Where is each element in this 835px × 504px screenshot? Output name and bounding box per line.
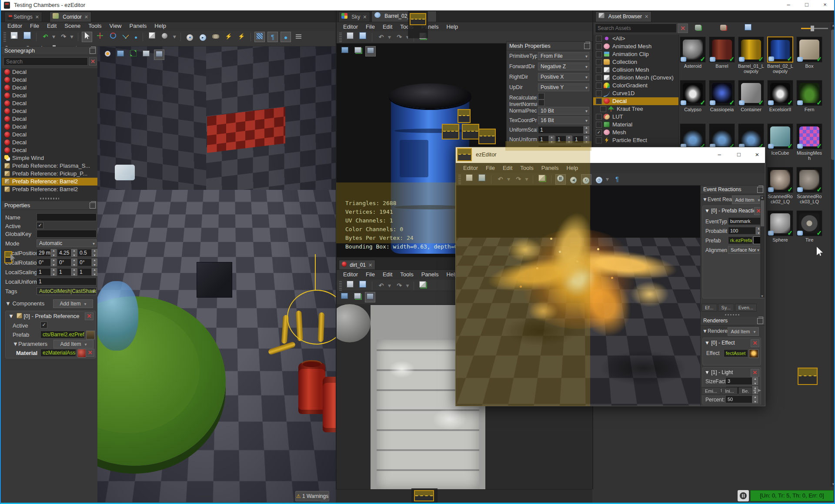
alignment-dropdown[interactable]: Surface Nor — [728, 246, 761, 254]
menu-item-editor[interactable]: Editor — [339, 23, 362, 31]
tree-item-kraut-tree[interactable]: Kraut Tree — [593, 105, 678, 113]
close-tab-icon[interactable]: ✕ — [368, 262, 372, 268]
redo-dropdown-icon[interactable]: ▾ — [405, 281, 410, 291]
vector-field[interactable]: 1 — [57, 268, 71, 276]
render-dropdown-icon[interactable]: ▾ — [172, 32, 177, 42]
tree-item--all-[interactable]: <All> — [593, 35, 678, 43]
undo-dropdown-icon[interactable]: ▾ — [387, 32, 392, 43]
light-property-field[interactable]: 3 — [725, 377, 752, 385]
save-all-icon[interactable] — [357, 32, 368, 43]
asset-thumb-scannedrock03_lq[interactable]: ✓ScannedRock03_LQ — [796, 167, 822, 204]
visualizers-icon[interactable]: ¶ — [612, 174, 622, 185]
remove-effect-icon[interactable]: ✕ — [751, 339, 759, 347]
type-filter-checkbox[interactable] — [596, 137, 602, 143]
scenegraph-item[interactable]: Decal — [2, 92, 97, 99]
dock-scrollbar[interactable]: ▲ ▼ — [760, 196, 765, 298]
select-tool-icon[interactable] — [82, 32, 92, 42]
scenegraph-item[interactable]: Prefab Reference: Barrel2 — [2, 178, 97, 186]
vector-field[interactable]: 1 — [573, 136, 584, 143]
close-tab-icon[interactable]: ✕ — [645, 14, 648, 19]
render-box-icon[interactable] — [147, 32, 157, 42]
snap-icon[interactable] — [134, 32, 139, 42]
asset-thumb-cassiopeia[interactable]: ✓Cassiopeia — [709, 80, 735, 112]
undo-dropdown-icon[interactable]: ▾ — [507, 174, 511, 185]
effect-thumbnail[interactable] — [749, 349, 758, 358]
grid-toggle-icon[interactable] — [254, 32, 265, 42]
probabilit-field[interactable]: 100 — [728, 227, 756, 235]
menu-item-edit[interactable]: Edit — [379, 23, 396, 31]
property-dropdown[interactable]: Negative Z — [538, 63, 589, 70]
type-filter-checkbox[interactable] — [596, 122, 602, 128]
spin-buttons-icon[interactable] — [566, 136, 572, 143]
export-run-icon[interactable]: ⚡ — [224, 32, 234, 42]
vector-field[interactable]: 1 — [555, 136, 566, 143]
property-dropdown[interactable]: From File — [538, 52, 589, 60]
menu-item-help[interactable]: Help — [562, 164, 582, 172]
tab-scroll-right-icon[interactable]: ▶ — [758, 388, 761, 392]
particle-window-titlebar[interactable]: ezEditor – □ × — [456, 147, 765, 163]
tree-item-collection[interactable]: Collection — [593, 58, 678, 66]
type-filter-checkbox[interactable] — [596, 36, 602, 42]
redo-icon[interactable]: ↷ — [513, 174, 524, 185]
scenegraph-item[interactable]: Decal — [2, 139, 97, 146]
float-panel-icon[interactable] — [90, 202, 96, 209]
undo-dropdown-icon[interactable]: ▾ — [52, 32, 56, 42]
eye-icon[interactable] — [102, 50, 113, 60]
vertical-scrollbar[interactable]: ▲ ▼ — [831, 23, 835, 487]
vector-field[interactable]: 4.25 — [57, 249, 71, 257]
save-icon[interactable] — [345, 281, 355, 291]
save-all-icon[interactable] — [22, 32, 32, 42]
mode-dropdown[interactable]: Automatic — [37, 239, 97, 247]
asset-thumb-barrel_02_lowpoly[interactable]: ✓Barrel_02_Lowpoly — [767, 36, 793, 74]
export-asset-icon[interactable] — [418, 281, 428, 291]
speed-icon[interactable]: ◷ — [594, 174, 605, 185]
type-filter-checkbox[interactable] — [596, 75, 602, 81]
effect-header[interactable]: ▼ [0] - Effect — [705, 340, 735, 346]
event-reactions-add-item-button[interactable]: Add Item — [732, 196, 763, 204]
clear-search-icon[interactable]: ✕ — [89, 57, 97, 66]
vector-field[interactable]: 0° — [57, 259, 71, 266]
asset-thumb-barrel_01_lowpoly[interactable]: ✓Barrel_01_Lowpoly — [738, 36, 764, 74]
maximize-button[interactable]: □ — [798, 0, 816, 10]
type-filter-checkbox[interactable] — [596, 51, 602, 57]
float-panel-icon[interactable] — [90, 48, 96, 54]
uniform-scaling-field[interactable]: 1 — [37, 278, 97, 285]
asset-thumb[interactable]: ✓ — [680, 123, 706, 149]
scenegraph-header[interactable]: Scenegraph — [2, 46, 97, 55]
vector-field[interactable]: 1 — [538, 136, 549, 143]
tab-corridor[interactable]: Corridor✕ — [50, 12, 91, 22]
tree-item-mesh[interactable]: ✓Mesh — [593, 129, 678, 136]
menu-item-view[interactable]: View — [106, 22, 126, 30]
duplicate-icon[interactable] — [743, 23, 753, 34]
save-all-icon[interactable] — [357, 281, 368, 291]
prefab-asset-field[interactable]: cts/Barrel2.ezPrefab — [40, 331, 85, 338]
translate-tool-icon[interactable] — [95, 32, 105, 42]
type-filter-checkbox[interactable] — [596, 90, 602, 96]
component-header[interactable]: ▼ [0] - Prefab Reference — [8, 313, 79, 319]
float-panel-icon[interactable] — [757, 318, 763, 324]
maximize-button[interactable]: □ — [730, 150, 748, 160]
tree-item-animation-clip[interactable]: Animation Clip — [593, 50, 678, 58]
vector-field[interactable]: 0.5 — [77, 249, 92, 257]
scenegraph-item[interactable]: Decal — [2, 68, 97, 76]
property-dropdown[interactable]: Positive Y — [538, 83, 589, 91]
spin-buttons-icon[interactable] — [71, 268, 77, 276]
remove-light-icon[interactable]: ✕ — [751, 369, 759, 377]
property-field[interactable]: 1 — [538, 126, 584, 134]
properties-header[interactable]: Properties — [2, 201, 97, 210]
render-view-icon[interactable] — [339, 292, 350, 302]
spin-buttons-icon[interactable] — [584, 136, 589, 143]
redo-icon[interactable]: ↷ — [394, 32, 404, 43]
scenegraph-item[interactable]: Simple Wind — [2, 154, 97, 162]
play-icon[interactable]: ● — [185, 32, 195, 42]
components-add-item-button[interactable]: Add Item — [53, 299, 93, 308]
tree-item-animated-mesh[interactable]: Animated Mesh — [593, 43, 678, 50]
tree-item-lut[interactable]: LUT — [593, 113, 678, 121]
save-all-icon[interactable] — [477, 174, 487, 185]
menu-item-editor[interactable]: Editor — [339, 270, 362, 279]
asset-thumb-sphere[interactable]: ✓Sphere — [767, 210, 793, 242]
simulate-icon[interactable]: ▸ — [197, 32, 208, 42]
asset-thumb-scannedrock02_lq[interactable]: ✓ScannedRock02_LQ — [767, 167, 793, 204]
asset-thumb-tire[interactable]: ✓Tire — [796, 210, 822, 242]
render-sphere-icon[interactable] — [160, 32, 170, 42]
